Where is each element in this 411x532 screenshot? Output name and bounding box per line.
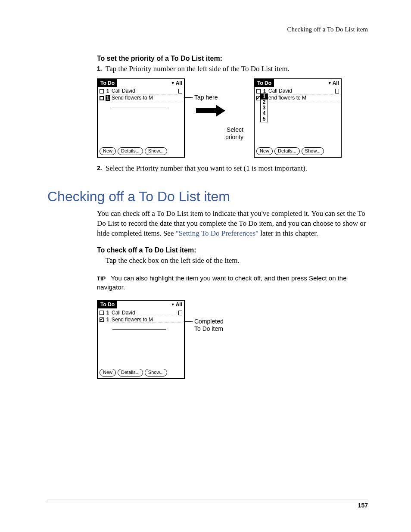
- todo-row-completed[interactable]: 1 Send flowers to M: [100, 316, 182, 323]
- step-1-text: Tap the Priority number on the left side…: [106, 65, 290, 73]
- step-2-text: Select the Priority number that you want…: [106, 164, 307, 172]
- checkbox-icon[interactable]: [100, 96, 104, 100]
- text-cursor-line: [112, 102, 166, 108]
- dropdown-icon: ▼: [171, 81, 175, 85]
- dropdown-icon: ▼: [328, 81, 332, 85]
- callout-select-priority-l1: Select: [225, 126, 243, 134]
- todo-text[interactable]: end flowers to M: [268, 95, 339, 101]
- todo-text[interactable]: Call David: [112, 88, 177, 94]
- priority-number-highlighted[interactable]: 1: [106, 95, 110, 101]
- figure-set-priority: To Do ▼ All 1 Call David 1: [97, 78, 368, 158]
- priority-option[interactable]: 2: [261, 100, 268, 105]
- todo-text[interactable]: Send flowers to M: [112, 317, 182, 323]
- new-button[interactable]: New: [100, 147, 116, 155]
- priority-number[interactable]: 1: [106, 88, 110, 94]
- palm-title: To Do: [98, 79, 117, 87]
- show-button[interactable]: Show...: [145, 369, 167, 376]
- todo-row[interactable]: 1 end flowers to M: [256, 95, 339, 102]
- palm-filter-label: All: [176, 80, 182, 86]
- todo-row[interactable]: 1 Call David: [256, 88, 339, 95]
- palm-screen-completed: To Do ▼ All 1 Call David 1: [97, 300, 185, 379]
- text-cursor-line: [112, 323, 166, 330]
- checkbox-checked-icon[interactable]: [100, 317, 104, 322]
- palm-title: To Do: [255, 79, 274, 87]
- priority-popup[interactable]: 1 2 3 4 5: [260, 93, 268, 122]
- tip-label: TIP: [97, 275, 106, 282]
- callout-select-priority-l2: priority: [225, 134, 243, 141]
- step-2: 2. Select the Priority number that you w…: [97, 164, 368, 174]
- todo-text[interactable]: Send flowers to M: [112, 95, 182, 101]
- palm-filter[interactable]: ▼ All: [171, 80, 184, 86]
- show-button[interactable]: Show...: [302, 147, 324, 155]
- dropdown-icon: ▼: [171, 302, 175, 307]
- todo-row[interactable]: 1 Call David: [100, 88, 182, 95]
- checkbox-icon[interactable]: [256, 89, 261, 93]
- new-button[interactable]: New: [100, 369, 116, 376]
- step-1-number: 1.: [97, 65, 102, 73]
- arrow-icon: [196, 106, 226, 116]
- details-button[interactable]: Details...: [118, 369, 143, 376]
- priority-option[interactable]: 5: [261, 116, 268, 122]
- new-button[interactable]: New: [256, 147, 273, 155]
- note-icon[interactable]: [178, 311, 182, 315]
- palm-screen-after: To Do ▼ All 1 Call David: [254, 78, 342, 158]
- palm-filter-label: All: [333, 80, 339, 86]
- priority-option[interactable]: 3: [261, 105, 268, 111]
- set-priority-heading: To set the priority of a To Do List item…: [97, 55, 368, 62]
- show-button[interactable]: Show...: [145, 147, 167, 155]
- checkbox-icon[interactable]: [100, 311, 104, 315]
- step-2-number: 2.: [97, 164, 102, 172]
- details-button[interactable]: Details...: [118, 147, 143, 155]
- note-icon[interactable]: [335, 89, 339, 93]
- palm-filter[interactable]: ▼ All: [171, 302, 184, 308]
- check-off-step: Tap the check box on the left side of th…: [106, 256, 368, 266]
- tip-text: You can also highlight the item you want…: [97, 274, 347, 291]
- palm-filter-label: All: [176, 302, 182, 308]
- todo-text[interactable]: Call David: [112, 310, 177, 316]
- palm-title: To Do: [98, 301, 117, 308]
- check-off-heading: To check off a To Do List item:: [97, 246, 368, 254]
- callout-tap-here: Tap here: [194, 94, 218, 101]
- page-footer: 157: [47, 500, 368, 509]
- priority-number[interactable]: 1: [106, 317, 110, 323]
- figure-check-off: To Do ▼ All 1 Call David 1: [97, 300, 368, 379]
- palm-screen-before: To Do ▼ All 1 Call David 1: [97, 78, 185, 158]
- para1-b: later in this chapter.: [258, 229, 318, 237]
- todo-row-selected[interactable]: 1 Send flowers to M: [100, 95, 182, 102]
- todo-text[interactable]: Call David: [268, 88, 333, 94]
- priority-option[interactable]: 1: [261, 94, 268, 100]
- step-1: 1. Tap the Priority number on the left s…: [97, 64, 368, 74]
- section-title: Checking off a To Do List item: [47, 189, 368, 205]
- palm-filter[interactable]: ▼ All: [328, 80, 341, 86]
- callout-completed-l1: Completed: [194, 318, 224, 325]
- details-button[interactable]: Details...: [274, 147, 300, 155]
- note-icon[interactable]: [178, 89, 182, 93]
- tip-block: TIP You can also highlight the item you …: [97, 274, 368, 292]
- callout-completed-l2: To Do item: [194, 325, 224, 333]
- running-header: Checking off a To Do List item: [47, 26, 368, 33]
- checkbox-icon[interactable]: [100, 89, 104, 93]
- priority-option[interactable]: 4: [261, 111, 268, 116]
- xref-setting-prefs[interactable]: "Setting To Do Preferences": [176, 229, 258, 237]
- body-paragraph: You can check off a To Do List item to i…: [97, 209, 368, 239]
- todo-row[interactable]: 1 Call David: [100, 309, 182, 316]
- priority-number[interactable]: 1: [106, 310, 110, 316]
- page-number: 157: [47, 502, 368, 509]
